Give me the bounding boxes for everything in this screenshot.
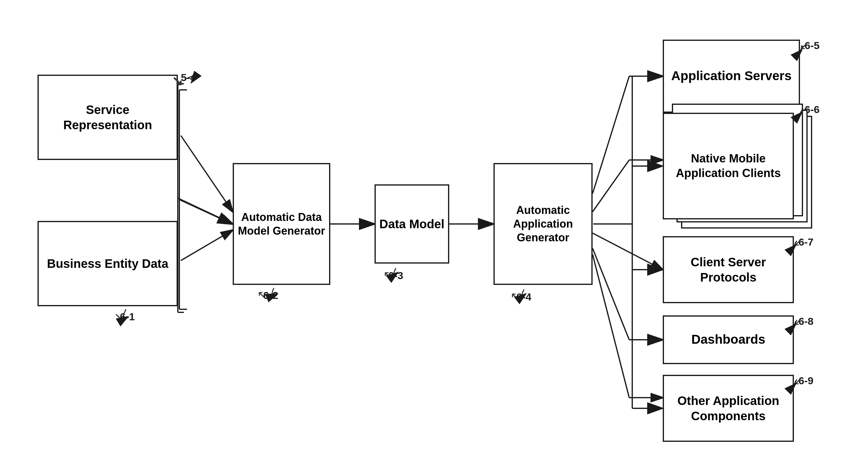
service-representation-label: Service Representation (42, 102, 174, 133)
svg-line-11 (593, 248, 629, 340)
auto-app-gen-box: Automatic Application Generator (494, 163, 593, 285)
curly-6-4: ↖ (510, 290, 521, 303)
diagram-container: Service Representation 5-4 ↙ Business En… (22, 23, 846, 449)
app-servers-label: Application Servers (671, 68, 792, 84)
svg-line-10 (593, 233, 663, 270)
business-entity-label: Business Entity Data (47, 256, 168, 271)
native-mobile-box: Native Mobile Application Clients (663, 113, 794, 220)
business-entity-box: Business Entity Data (37, 221, 178, 306)
auto-data-model-box: Automatic Data Model Generator (233, 163, 330, 285)
svg-line-6 (593, 76, 629, 194)
auto-data-model-label: Automatic Data Model Generator (237, 210, 326, 238)
curly-5-4: ↙ (172, 73, 183, 89)
dashboards-box: Dashboards (663, 315, 794, 364)
svg-line-23 (179, 200, 232, 224)
auto-app-gen-label: Automatic Application Generator (498, 203, 588, 244)
svg-line-13 (593, 255, 629, 398)
curly-6-7: ↙ (793, 235, 804, 249)
label-5-4: 5-4 (181, 72, 196, 83)
data-model-box: Data Model (374, 184, 449, 264)
curly-6-9: ↙ (793, 373, 804, 387)
svg-line-2 (181, 136, 233, 212)
client-server-label: Client Server Protocols (667, 255, 789, 285)
curly-6-5: ↙ (799, 38, 810, 52)
app-servers-box: Application Servers (663, 40, 800, 113)
service-representation-box: Service Representation (37, 75, 178, 160)
curly-6-2: ↖ (257, 288, 268, 302)
svg-line-8 (593, 160, 629, 212)
dashboards-label: Dashboards (691, 332, 766, 348)
curly-6-8: ↙ (793, 314, 804, 328)
other-components-box: Other Application Components (663, 375, 794, 442)
native-mobile-label: Native Mobile Application Clients (667, 151, 789, 180)
data-model-label: Data Model (379, 216, 444, 232)
other-components-label: Other Application Components (667, 393, 789, 424)
curly-6-1: ↙ (114, 309, 125, 325)
client-server-box: Client Server Protocols (663, 236, 794, 303)
svg-line-18 (178, 198, 233, 224)
svg-line-3 (181, 230, 233, 261)
curly-6-3: ↖ (383, 268, 394, 282)
